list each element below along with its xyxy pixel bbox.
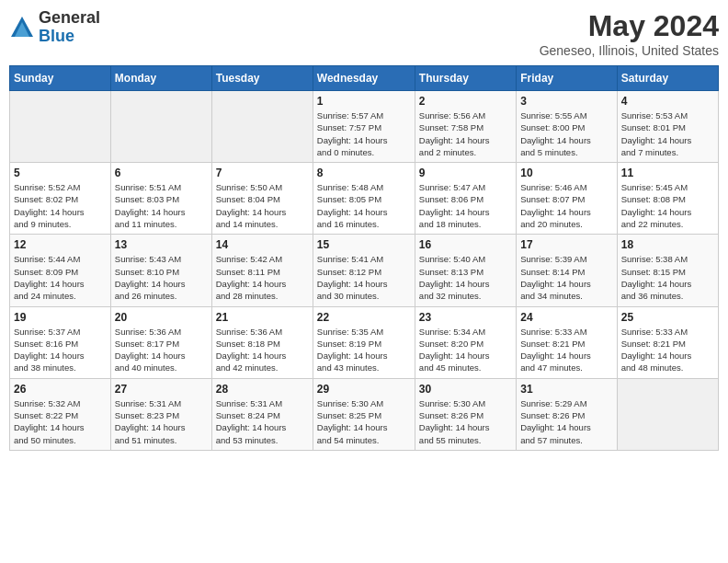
calendar-cell: 3Sunrise: 5:55 AM Sunset: 8:00 PM Daylig…: [517, 91, 617, 163]
day-number: 31: [520, 383, 612, 396]
weekday-header-sunday: Sunday: [10, 66, 111, 91]
calendar-cell: 27Sunrise: 5:31 AM Sunset: 8:23 PM Dayli…: [110, 378, 211, 450]
day-number: 8: [317, 167, 411, 179]
day-number: 22: [317, 311, 411, 324]
calendar-cell: 5Sunrise: 5:52 AM Sunset: 8:02 PM Daylig…: [10, 163, 111, 235]
day-number: 11: [621, 167, 714, 179]
day-info: Sunrise: 5:51 AM Sunset: 8:03 PM Dayligh…: [115, 181, 208, 230]
day-number: 30: [419, 383, 512, 396]
day-info: Sunrise: 5:56 AM Sunset: 7:58 PM Dayligh…: [419, 109, 512, 158]
calendar-cell: 18Sunrise: 5:38 AM Sunset: 8:15 PM Dayli…: [617, 235, 718, 306]
calendar-cell: 20Sunrise: 5:36 AM Sunset: 8:17 PM Dayli…: [110, 306, 211, 378]
calendar-cell: [10, 91, 111, 163]
day-number: 17: [520, 238, 612, 251]
calendar-cell: 12Sunrise: 5:44 AM Sunset: 8:09 PM Dayli…: [10, 235, 111, 306]
day-info: Sunrise: 5:40 AM Sunset: 8:13 PM Dayligh…: [419, 253, 512, 302]
day-info: Sunrise: 5:33 AM Sunset: 8:21 PM Dayligh…: [520, 326, 612, 374]
day-info: Sunrise: 5:50 AM Sunset: 8:04 PM Dayligh…: [216, 181, 309, 230]
calendar-week-2: 5Sunrise: 5:52 AM Sunset: 8:02 PM Daylig…: [10, 163, 719, 235]
day-info: Sunrise: 5:35 AM Sunset: 8:19 PM Dayligh…: [317, 326, 411, 374]
weekday-header-monday: Monday: [110, 66, 211, 91]
calendar-header: SundayMondayTuesdayWednesdayThursdayFrid…: [10, 66, 719, 91]
calendar-cell: 19Sunrise: 5:37 AM Sunset: 8:16 PM Dayli…: [10, 306, 111, 378]
weekday-header-wednesday: Wednesday: [313, 66, 415, 91]
day-info: Sunrise: 5:53 AM Sunset: 8:01 PM Dayligh…: [621, 109, 714, 158]
calendar-cell: 30Sunrise: 5:30 AM Sunset: 8:26 PM Dayli…: [415, 378, 516, 450]
calendar-cell: 26Sunrise: 5:32 AM Sunset: 8:22 PM Dayli…: [10, 378, 111, 450]
logo-general: General: [39, 8, 100, 27]
day-number: 19: [14, 311, 107, 324]
day-info: Sunrise: 5:55 AM Sunset: 8:00 PM Dayligh…: [520, 109, 612, 158]
day-number: 16: [419, 238, 512, 251]
day-number: 4: [621, 95, 714, 108]
calendar-cell: 7Sunrise: 5:50 AM Sunset: 8:04 PM Daylig…: [211, 163, 313, 235]
page-header: General Blue May 2024 Geneseo, Illinois,…: [9, 9, 719, 58]
logo-text: General Blue: [39, 9, 100, 46]
calendar-week-1: 1Sunrise: 5:57 AM Sunset: 7:57 PM Daylig…: [10, 91, 719, 163]
day-info: Sunrise: 5:43 AM Sunset: 8:10 PM Dayligh…: [115, 253, 208, 302]
calendar-cell: 29Sunrise: 5:30 AM Sunset: 8:25 PM Dayli…: [313, 378, 415, 450]
calendar-cell: 1Sunrise: 5:57 AM Sunset: 7:57 PM Daylig…: [313, 91, 415, 163]
calendar-cell: [617, 378, 718, 450]
day-info: Sunrise: 5:52 AM Sunset: 8:02 PM Dayligh…: [14, 181, 107, 230]
day-number: 23: [419, 311, 512, 324]
logo: General Blue: [9, 9, 100, 46]
day-info: Sunrise: 5:37 AM Sunset: 8:16 PM Dayligh…: [14, 326, 107, 374]
calendar-week-4: 19Sunrise: 5:37 AM Sunset: 8:16 PM Dayli…: [10, 306, 719, 378]
logo-icon: [9, 15, 35, 40]
logo-blue: Blue: [39, 27, 74, 45]
day-number: 5: [14, 167, 107, 179]
day-number: 1: [317, 95, 411, 108]
calendar-body: 1Sunrise: 5:57 AM Sunset: 7:57 PM Daylig…: [10, 91, 719, 451]
day-number: 18: [621, 238, 714, 251]
day-number: 2: [419, 95, 512, 108]
day-info: Sunrise: 5:29 AM Sunset: 8:26 PM Dayligh…: [520, 397, 612, 446]
calendar-cell: [211, 91, 313, 163]
weekday-header-thursday: Thursday: [415, 66, 516, 91]
day-info: Sunrise: 5:30 AM Sunset: 8:26 PM Dayligh…: [419, 397, 512, 446]
day-number: 20: [115, 311, 208, 324]
day-number: 26: [14, 383, 107, 396]
day-number: 29: [317, 383, 411, 396]
day-info: Sunrise: 5:30 AM Sunset: 8:25 PM Dayligh…: [317, 397, 411, 446]
calendar-cell: 21Sunrise: 5:36 AM Sunset: 8:18 PM Dayli…: [211, 306, 313, 378]
day-info: Sunrise: 5:42 AM Sunset: 8:11 PM Dayligh…: [216, 253, 309, 302]
day-number: 7: [216, 167, 309, 179]
day-number: 9: [419, 167, 512, 179]
calendar-cell: 11Sunrise: 5:45 AM Sunset: 8:08 PM Dayli…: [617, 163, 718, 235]
calendar-cell: 16Sunrise: 5:40 AM Sunset: 8:13 PM Dayli…: [415, 235, 516, 306]
day-info: Sunrise: 5:47 AM Sunset: 8:06 PM Dayligh…: [419, 181, 512, 230]
day-info: Sunrise: 5:45 AM Sunset: 8:08 PM Dayligh…: [621, 181, 714, 230]
calendar-cell: [110, 91, 211, 163]
day-info: Sunrise: 5:32 AM Sunset: 8:22 PM Dayligh…: [14, 397, 107, 446]
day-number: 14: [216, 238, 309, 251]
title-block: May 2024 Geneseo, Illinois, United State…: [540, 9, 719, 58]
calendar-week-3: 12Sunrise: 5:44 AM Sunset: 8:09 PM Dayli…: [10, 235, 719, 306]
calendar-cell: 24Sunrise: 5:33 AM Sunset: 8:21 PM Dayli…: [517, 306, 617, 378]
calendar-cell: 25Sunrise: 5:33 AM Sunset: 8:21 PM Dayli…: [617, 306, 718, 378]
calendar-cell: 14Sunrise: 5:42 AM Sunset: 8:11 PM Dayli…: [211, 235, 313, 306]
calendar-week-5: 26Sunrise: 5:32 AM Sunset: 8:22 PM Dayli…: [10, 378, 719, 450]
day-info: Sunrise: 5:33 AM Sunset: 8:21 PM Dayligh…: [621, 326, 714, 374]
calendar-cell: 13Sunrise: 5:43 AM Sunset: 8:10 PM Dayli…: [110, 235, 211, 306]
weekday-header-saturday: Saturday: [617, 66, 718, 91]
day-number: 10: [520, 167, 612, 179]
weekday-header-row: SundayMondayTuesdayWednesdayThursdayFrid…: [10, 66, 719, 91]
calendar-cell: 23Sunrise: 5:34 AM Sunset: 8:20 PM Dayli…: [415, 306, 516, 378]
day-number: 6: [115, 167, 208, 179]
day-info: Sunrise: 5:46 AM Sunset: 8:07 PM Dayligh…: [520, 181, 612, 230]
day-number: 27: [115, 383, 208, 396]
day-info: Sunrise: 5:48 AM Sunset: 8:05 PM Dayligh…: [317, 181, 411, 230]
calendar-cell: 10Sunrise: 5:46 AM Sunset: 8:07 PM Dayli…: [517, 163, 617, 235]
calendar-cell: 22Sunrise: 5:35 AM Sunset: 8:19 PM Dayli…: [313, 306, 415, 378]
day-number: 21: [216, 311, 309, 324]
calendar-table: SundayMondayTuesdayWednesdayThursdayFrid…: [9, 65, 719, 451]
calendar-cell: 8Sunrise: 5:48 AM Sunset: 8:05 PM Daylig…: [313, 163, 415, 235]
day-number: 3: [520, 95, 612, 108]
calendar-cell: 15Sunrise: 5:41 AM Sunset: 8:12 PM Dayli…: [313, 235, 415, 306]
calendar-cell: 17Sunrise: 5:39 AM Sunset: 8:14 PM Dayli…: [517, 235, 617, 306]
subtitle: Geneseo, Illinois, United States: [540, 43, 719, 58]
calendar-cell: 6Sunrise: 5:51 AM Sunset: 8:03 PM Daylig…: [110, 163, 211, 235]
weekday-header-friday: Friday: [517, 66, 617, 91]
day-number: 24: [520, 311, 612, 324]
